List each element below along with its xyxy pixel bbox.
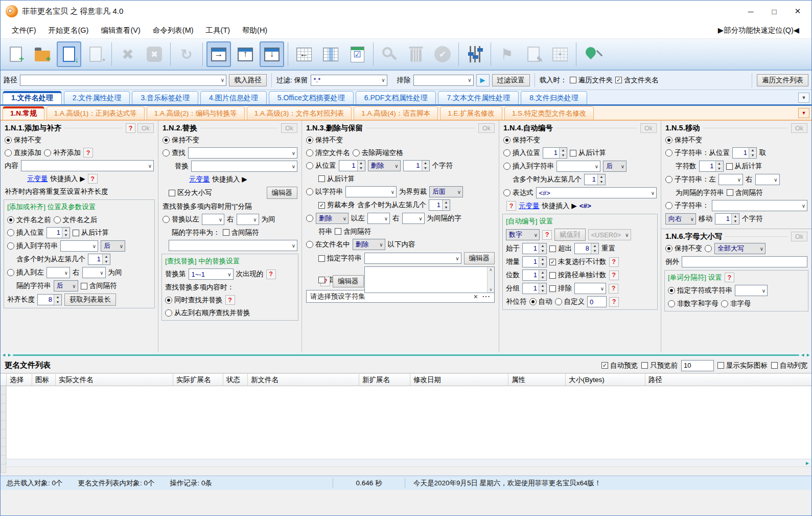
combo-box[interactable]: 数字∨ (506, 229, 540, 240)
quick-locate-menu[interactable]: ▶部分功能快速定位(Q)◀ (718, 26, 806, 35)
radio-option[interactable]: 以字符串 (306, 187, 343, 196)
combo-box[interactable]: 向右∨ (665, 213, 696, 225)
combo-box[interactable]: ∨ (718, 174, 743, 185)
remove-all-icon[interactable]: ✖ (142, 41, 167, 67)
combo-box[interactable]: ∨ (237, 214, 259, 225)
checkbox[interactable]: 含间隔符 (335, 227, 371, 236)
radio-option[interactable]: 保持不变 (503, 136, 540, 145)
clear-icon[interactable]: × (474, 293, 478, 301)
radio-option[interactable]: 从位置 (306, 161, 336, 170)
close-button[interactable]: ✕ (786, 3, 809, 20)
more-icon[interactable]: ··· (482, 293, 491, 300)
freeze-column-icon[interactable]: ← (292, 41, 316, 67)
help-button[interactable]: ? (609, 297, 619, 307)
spinner[interactable]: 1▲▼ (584, 174, 606, 185)
radio-option[interactable]: 在文件名中 (306, 240, 350, 249)
ok-button[interactable]: Ok (791, 232, 807, 241)
add-folder-icon[interactable]: ＋ (30, 41, 55, 67)
column-header[interactable]: 实际文件名 (56, 374, 173, 386)
find-combo[interactable]: ∨ (188, 147, 297, 159)
radio-option[interactable]: 替换以左 (163, 215, 199, 224)
tab-sub-6[interactable]: 1.E.扩展名修改 (440, 106, 502, 120)
combo-box[interactable]: ∨ (345, 186, 397, 197)
radio-option[interactable]: 子字符串：从位置 (665, 148, 730, 158)
tab-sub-5[interactable]: 1.A.高级(4)：语言脚本 (354, 106, 438, 120)
column-header[interactable]: 选择 (7, 374, 32, 386)
save-list-icon[interactable]: ▪ (83, 41, 108, 67)
charset-textarea[interactable]: ∧∨ (364, 266, 495, 293)
tab-sub-7[interactable]: 1.S.特定类型文件名修改 (504, 106, 594, 120)
radio-option[interactable]: 插入到左 (7, 268, 44, 277)
menu-item[interactable]: 工具(T) (200, 24, 237, 37)
spinner[interactable]: 1▲▼ (522, 270, 547, 281)
load-list-icon[interactable]: ↓ (57, 41, 81, 67)
checkbox[interactable]: 含间隔符 (727, 188, 763, 197)
splitter-left-arrow-icon[interactable]: ◄ (800, 353, 805, 357)
spinner[interactable]: 1▲▼ (47, 227, 70, 238)
auto-column-width-checkbox[interactable]: 自动列宽 (771, 361, 807, 370)
checkbox[interactable]: ✓剪裁本身 (318, 200, 355, 210)
checkbox[interactable]: 含间隔符 (81, 281, 117, 290)
radio-option[interactable]: 保持不变 (665, 244, 702, 253)
checkbox[interactable]: 从后计算 (570, 148, 606, 158)
panel-right-icon[interactable]: → (206, 41, 231, 67)
combo-box[interactable]: ∨ (556, 161, 600, 172)
column-header[interactable]: 大小(Bytes) (566, 374, 645, 386)
radio-option[interactable]: 补齐添加 (44, 148, 81, 158)
combo-box[interactable]: 删除∨ (368, 160, 401, 171)
path-combo[interactable]: ∨ (20, 75, 226, 86)
horizontal-scrollbar[interactable]: ◄ ► (1, 459, 811, 466)
spinner[interactable]: 1▲▼ (403, 160, 430, 171)
checkbox[interactable]: 从后计算 (726, 162, 762, 171)
combo-box[interactable]: ∨ (735, 285, 768, 296)
spinner[interactable]: 1▲▼ (715, 213, 739, 225)
radio-option[interactable]: 指定字符或字符串 (668, 286, 732, 295)
checkbox[interactable]: 区分大小写 (169, 188, 212, 197)
content-combo[interactable]: ∨ (21, 160, 154, 171)
splitter-left-arrow-icon[interactable]: ◄ (2, 353, 6, 357)
combo-box[interactable]: <USER0>∨ (588, 229, 631, 240)
tab-sub-4[interactable]: 1.A.高级(3)：文件名对照列表 (247, 106, 352, 120)
combo-box[interactable]: ∨ (712, 200, 808, 211)
column-header[interactable]: 路径 (645, 374, 811, 386)
radio-option[interactable] (306, 215, 313, 222)
remove-item-icon[interactable]: ✖ (115, 41, 140, 67)
checkbox[interactable]: 含间隔符 (223, 228, 259, 237)
tab-main-3[interactable]: 3.音乐标签处理 (132, 91, 198, 104)
combo-box[interactable]: ∨ (82, 267, 106, 278)
combo-box[interactable]: 删除∨ (353, 239, 385, 250)
spinner[interactable]: 1▲▼ (339, 160, 365, 171)
sub-tabs-overflow-button[interactable]: ▼ (798, 108, 809, 118)
traverse-file-list-button[interactable]: 遍历文件列表 (757, 74, 808, 86)
include-folder-name-checkbox[interactable]: ✓含文件夹名 (615, 76, 659, 85)
spinner[interactable]: 1▲▼ (429, 199, 450, 211)
combo-box[interactable]: ∨ (364, 253, 461, 264)
minimize-button[interactable]: ─ (739, 3, 762, 20)
search-confirm-icon[interactable] (377, 41, 402, 67)
combo-box[interactable]: ∨ (367, 213, 390, 224)
filter-keep-combo[interactable]: *.*∨ (311, 75, 387, 86)
ok-button[interactable]: Ok (791, 123, 807, 133)
ok-button[interactable]: Ok (137, 123, 154, 133)
radio-option[interactable]: 插入位置 (503, 148, 540, 158)
help-button[interactable]: ? (609, 271, 619, 280)
combo-box[interactable]: ∨ (60, 240, 98, 252)
combo-box[interactable]: 后∨ (101, 240, 125, 252)
tab-sub-3[interactable]: 1.A.高级(2)：编码与转换等 (147, 106, 245, 120)
help-button[interactable]: ? (266, 270, 276, 279)
select-column-icon[interactable] (318, 41, 343, 67)
delete-confirm-icon[interactable] (404, 41, 428, 67)
combo-box[interactable]: ∨ (755, 174, 780, 185)
combo-box[interactable]: ∨ (402, 213, 425, 224)
spinner[interactable]: 1▲▼ (543, 147, 567, 159)
column-header[interactable]: 属性 (508, 374, 566, 386)
menu-item[interactable]: 编辑查看(V) (95, 24, 146, 37)
menu-item[interactable]: 帮助(H) (236, 24, 273, 37)
combo-box[interactable]: 后∨ (603, 161, 627, 172)
tab-main-7[interactable]: 7.文本文件属性处理 (438, 91, 519, 104)
exception-input[interactable] (682, 256, 807, 267)
radio-option[interactable]: 查找 (163, 148, 185, 158)
radio-option[interactable]: 保持不变 (5, 136, 41, 145)
radio-option[interactable]: 去除两端空格 (353, 148, 403, 158)
checkbox[interactable]: 从后计算 (73, 228, 109, 237)
